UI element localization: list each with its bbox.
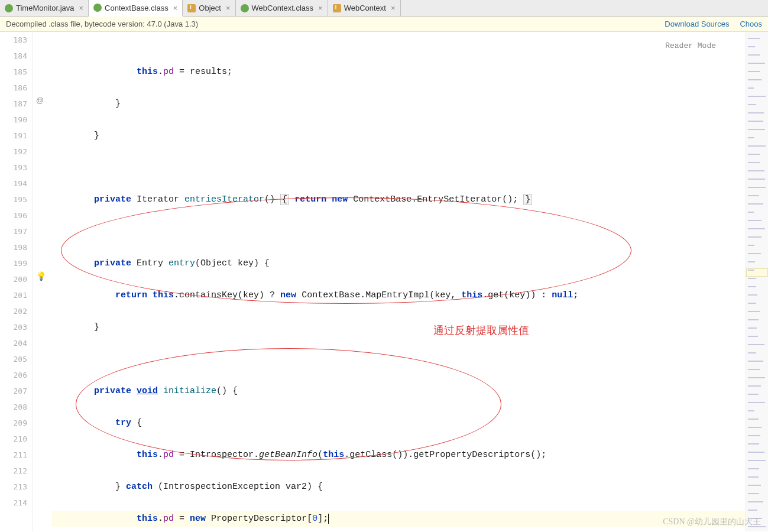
line-number: 195 (0, 192, 27, 207)
editor-tabs: TimeMonitor.java× ContextBase.class× Obj… (0, 0, 768, 17)
tab-label: TimeMonitor.java (16, 4, 74, 12)
download-sources-link[interactable]: Download Sources (665, 20, 729, 28)
close-icon[interactable]: × (79, 4, 84, 12)
lightbulb-icon[interactable]: 💡 (36, 271, 46, 281)
close-icon[interactable]: × (226, 4, 231, 12)
java-class-icon (241, 4, 249, 12)
line-number: 209 (0, 415, 27, 431)
editor-area: 1831841851861871901911921931941951961971… (0, 32, 768, 531)
line-number-gutter: 1831841851861871901911921931941951961971… (0, 32, 33, 531)
tab-webcontext-class[interactable]: WebContext.class× (236, 0, 328, 16)
line-number: 186 (0, 80, 27, 96)
tab-webcontext[interactable]: WebContext× (328, 0, 401, 16)
line-number: 199 (0, 255, 27, 271)
tab-contextbase[interactable]: ContextBase.class× (89, 0, 183, 17)
banner-text: Decompiled .class file, bytecode version… (6, 20, 198, 28)
line-number: 202 (0, 303, 27, 319)
line-number: 185 (0, 64, 27, 80)
override-icon[interactable]: @ (36, 96, 44, 105)
line-number: 194 (0, 176, 27, 192)
tab-label: WebContext (344, 4, 386, 12)
line-number: 207 (0, 383, 27, 399)
line-number: 204 (0, 335, 27, 351)
line-number: 200 (0, 271, 27, 287)
close-icon[interactable]: × (318, 4, 323, 12)
line-number: 197 (0, 223, 27, 239)
tab-label: Object (199, 4, 221, 12)
close-icon[interactable]: × (173, 4, 178, 12)
tab-label: ContextBase.class (105, 4, 168, 12)
java-class-icon (5, 4, 13, 12)
line-number: 214 (0, 495, 27, 511)
banner-actions: Download Sources Choos (665, 20, 762, 28)
line-number: 198 (0, 239, 27, 255)
line-number: 187 (0, 96, 27, 112)
line-number: 205 (0, 351, 27, 367)
interface-icon (333, 4, 341, 12)
close-icon[interactable]: × (391, 4, 396, 12)
code-editor[interactable]: Reader Mode this.pd = results; } } priva… (49, 32, 746, 531)
java-class-icon (93, 4, 102, 12)
watermark: CSDN @幼儿园里的山大王 (663, 517, 761, 527)
tab-label: WebContext.class (252, 4, 314, 12)
line-number: 203 (0, 319, 27, 335)
line-number: 201 (0, 287, 27, 303)
choose-sources-link[interactable]: Choos (740, 20, 762, 28)
decompile-banner: Decompiled .class file, bytecode version… (0, 17, 768, 32)
line-number: 191 (0, 128, 27, 144)
interface-icon (187, 4, 196, 12)
line-number: 183 (0, 32, 27, 48)
minimap[interactable] (746, 32, 768, 531)
gutter-icons: @ 💡 (33, 32, 49, 531)
reader-mode-label[interactable]: Reader Mode (665, 38, 716, 54)
line-number: 206 (0, 367, 27, 383)
line-number: 190 (0, 112, 27, 128)
line-number: 211 (0, 447, 27, 463)
line-number: 210 (0, 431, 27, 447)
line-number: 208 (0, 399, 27, 415)
line-number: 212 (0, 463, 27, 479)
line-number: 213 (0, 479, 27, 495)
line-number: 193 (0, 160, 27, 176)
line-number: 184 (0, 48, 27, 64)
tab-object[interactable]: Object× (183, 0, 235, 16)
line-number: 192 (0, 144, 27, 160)
line-number: 196 (0, 207, 27, 223)
tab-timemonitor[interactable]: TimeMonitor.java× (0, 0, 89, 16)
